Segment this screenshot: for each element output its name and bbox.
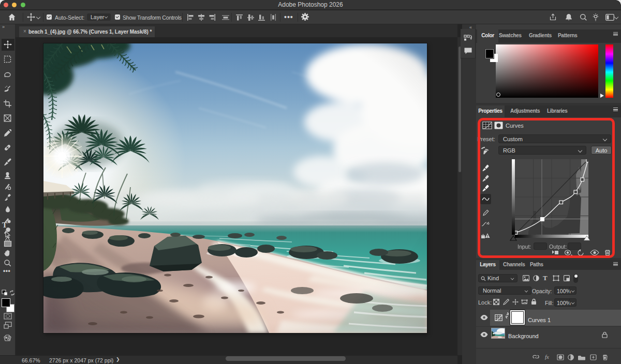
- svg-text:fx: fx: [545, 354, 549, 360]
